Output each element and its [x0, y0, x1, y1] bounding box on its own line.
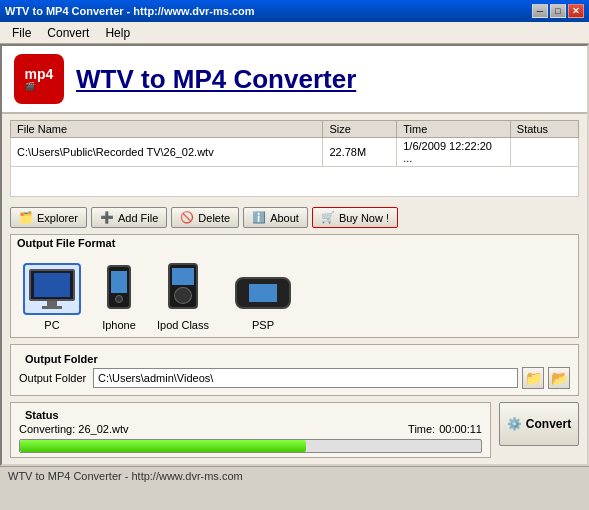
- folder-path-input[interactable]: [93, 368, 518, 388]
- format-psp[interactable]: PSP: [229, 271, 297, 331]
- output-folder-title: Output Folder: [19, 351, 570, 367]
- output-format-label: Output File Format: [11, 235, 578, 251]
- file-time-cell: 1/6/2009 12:22:20 ...: [397, 138, 511, 167]
- output-folder-section: Output Folder Output Folder 📁 📂: [10, 344, 579, 396]
- format-psp-label: PSP: [252, 319, 274, 331]
- file-table: File Name Size Time Status C:\Users\Publ…: [10, 120, 579, 197]
- explorer-icon: 🗂️: [19, 211, 33, 224]
- menu-file[interactable]: File: [4, 24, 39, 42]
- minimize-button[interactable]: ─: [532, 4, 548, 18]
- ipod-icon-wrap: [162, 257, 204, 315]
- status-convert-row: Status Converting: 26_02.wtv Time: 00:00…: [10, 402, 579, 458]
- folder-label-text: Output Folder: [19, 372, 89, 384]
- app-icon: mp4 🎬: [14, 54, 64, 104]
- buy-now-button[interactable]: 🛒 Buy Now !: [312, 207, 398, 228]
- psp-icon-wrap: [229, 271, 297, 315]
- menu-convert[interactable]: Convert: [39, 24, 97, 42]
- title-bar-buttons: ─ □ ✕: [532, 4, 584, 18]
- table-row[interactable]: C:\Users\Public\Recorded TV\26_02.wtv 22…: [11, 138, 579, 167]
- delete-icon: 🚫: [180, 211, 194, 224]
- toolbar: 🗂️ Explorer ➕ Add File 🚫 Delete ℹ️ About…: [2, 201, 587, 234]
- col-header-time: Time: [397, 121, 511, 138]
- progress-bar-wrap: [19, 439, 482, 453]
- iphone-icon-wrap: [101, 259, 137, 315]
- about-button[interactable]: ℹ️ About: [243, 207, 308, 228]
- maximize-button[interactable]: □: [550, 4, 566, 18]
- title-bar: WTV to MP4 Converter - http://www.dvr-ms…: [0, 0, 589, 22]
- convert-button[interactable]: ⚙️ Convert: [499, 402, 579, 446]
- time-value: 00:00:11: [439, 423, 482, 435]
- app-icon-sub: 🎬: [25, 82, 54, 91]
- status-bar-text: WTV to MP4 Converter - http://www.dvr-ms…: [8, 470, 243, 482]
- add-file-icon: ➕: [100, 211, 114, 224]
- file-list-section: File Name Size Time Status C:\Users\Publ…: [2, 114, 587, 201]
- folder-row: Output Folder 📁 📂: [19, 367, 570, 389]
- progress-bar-fill: [20, 440, 306, 452]
- menu-bar: File Convert Help: [0, 22, 589, 44]
- output-format-section: Output File Format PC: [10, 234, 579, 338]
- buy-now-icon: 🛒: [321, 211, 335, 224]
- open-folder-button[interactable]: 📂: [548, 367, 570, 389]
- pc-icon-wrap: [23, 263, 81, 315]
- title-bar-text: WTV to MP4 Converter - http://www.dvr-ms…: [5, 5, 255, 17]
- delete-button[interactable]: 🚫 Delete: [171, 207, 239, 228]
- close-button[interactable]: ✕: [568, 4, 584, 18]
- converting-text: Converting: 26_02.wtv: [19, 423, 128, 435]
- status-info-row: Converting: 26_02.wtv Time: 00:00:11: [19, 423, 482, 435]
- col-header-filename: File Name: [11, 121, 323, 138]
- app-icon-text: mp4: [25, 67, 54, 82]
- menu-help[interactable]: Help: [97, 24, 138, 42]
- about-icon: ℹ️: [252, 211, 266, 224]
- col-header-status: Status: [510, 121, 578, 138]
- format-pc-label: PC: [44, 319, 59, 331]
- format-ipod-label: Ipod Class: [157, 319, 209, 331]
- status-title: Status: [19, 407, 482, 423]
- main-window: mp4 🎬 WTV to MP4 Converter File Name Siz…: [0, 44, 589, 466]
- col-header-size: Size: [323, 121, 397, 138]
- status-bar: WTV to MP4 Converter - http://www.dvr-ms…: [0, 466, 589, 484]
- file-name-cell: C:\Users\Public\Recorded TV\26_02.wtv: [11, 138, 323, 167]
- app-title: WTV to MP4 Converter: [76, 64, 356, 95]
- file-size-cell: 22.78M: [323, 138, 397, 167]
- explorer-button[interactable]: 🗂️ Explorer: [10, 207, 87, 228]
- format-iphone[interactable]: Iphone: [101, 259, 137, 331]
- format-pc[interactable]: PC: [23, 263, 81, 331]
- folder-icon: 📁: [525, 370, 542, 386]
- format-ipod[interactable]: Ipod Class: [157, 257, 209, 331]
- open-folder-icon: 📂: [551, 370, 568, 386]
- add-file-button[interactable]: ➕ Add File: [91, 207, 167, 228]
- time-label: Time:: [408, 423, 435, 435]
- file-status-cell: [510, 138, 578, 167]
- browse-folder-button[interactable]: 📁: [522, 367, 544, 389]
- time-area: Time: 00:00:11: [408, 423, 482, 435]
- format-icons: PC Iphone: [11, 251, 578, 337]
- status-section: Status Converting: 26_02.wtv Time: 00:00…: [10, 402, 491, 458]
- format-iphone-label: Iphone: [102, 319, 136, 331]
- app-header: mp4 🎬 WTV to MP4 Converter: [2, 46, 587, 114]
- convert-icon: ⚙️: [507, 417, 522, 431]
